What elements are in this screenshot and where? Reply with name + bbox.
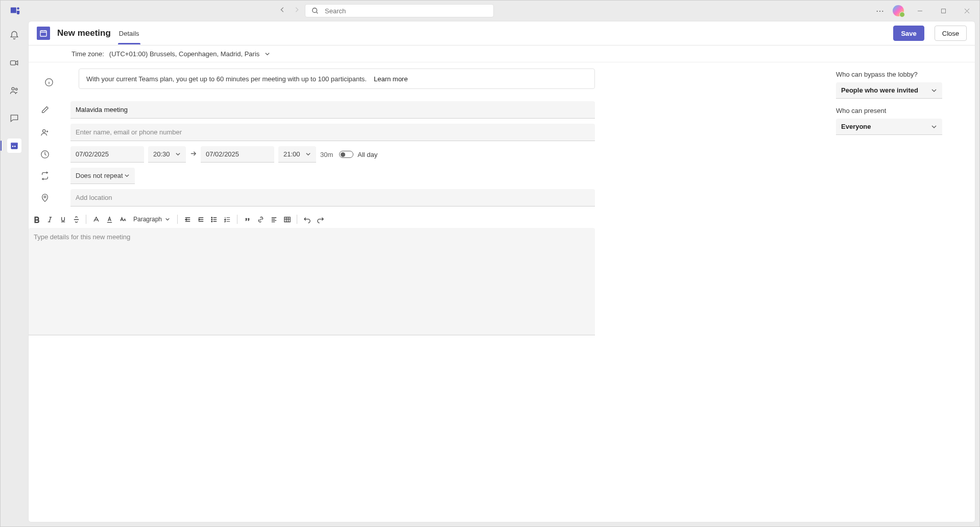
arrow-right-icon — [190, 150, 197, 159]
rail-calendar[interactable] — [7, 139, 21, 153]
svg-point-15 — [44, 196, 46, 198]
page-title: New meeting — [57, 28, 111, 38]
format-fontsize-button[interactable] — [117, 214, 128, 225]
window-minimize-button[interactable] — [912, 8, 927, 14]
start-time-select[interactable]: 20:30 — [148, 146, 186, 163]
clock-icon — [40, 150, 50, 159]
format-italic-button[interactable] — [44, 214, 55, 225]
chevron-down-icon — [165, 217, 170, 222]
rail-community[interactable] — [7, 83, 21, 98]
tab-details[interactable]: Details — [118, 22, 140, 44]
svg-rect-9 — [12, 146, 13, 147]
indent-increase-button[interactable] — [195, 214, 206, 225]
svg-point-18 — [211, 221, 212, 222]
meeting-form: With your current Teams plan, you get up… — [29, 62, 604, 522]
more-options-button[interactable]: ⋯ — [876, 6, 885, 16]
align-button[interactable] — [268, 214, 279, 225]
table-button[interactable] — [281, 214, 293, 225]
svg-point-5 — [12, 87, 14, 90]
svg-rect-11 — [40, 31, 46, 36]
plan-info-box: With your current Teams plan, you get up… — [79, 68, 595, 89]
all-day-toggle[interactable] — [339, 151, 353, 158]
timezone-value: (UTC+01:00) Brussels, Copenhagen, Madrid… — [109, 50, 259, 58]
format-fontcolor-button[interactable] — [104, 214, 115, 225]
svg-point-2 — [313, 8, 317, 13]
search-icon — [312, 7, 319, 14]
numbered-list-button[interactable] — [222, 214, 233, 225]
format-highlight-button[interactable] — [90, 214, 102, 225]
who-can-present-label: Who can present — [836, 107, 942, 114]
teams-logo-icon — [10, 5, 21, 16]
bullet-list-button[interactable] — [208, 214, 220, 225]
chevron-down-icon — [124, 173, 130, 178]
save-button[interactable]: Save — [893, 26, 924, 41]
svg-rect-4 — [11, 61, 16, 65]
timezone-row[interactable]: Time zone: (UTC+01:00) Brussels, Copenha… — [29, 45, 975, 62]
chevron-down-icon — [931, 87, 937, 94]
svg-point-17 — [211, 219, 212, 220]
people-add-icon — [40, 128, 50, 137]
rail-chat[interactable] — [7, 111, 21, 125]
chevron-down-icon — [265, 51, 270, 57]
svg-point-1 — [17, 7, 19, 10]
indent-decrease-button[interactable] — [182, 214, 193, 225]
learn-more-link[interactable]: Learn more — [374, 75, 408, 83]
redo-button[interactable] — [315, 214, 326, 225]
window-close-button[interactable] — [959, 8, 974, 14]
format-strikethrough-button[interactable] — [70, 214, 82, 225]
all-day-label: All day — [357, 151, 377, 158]
nav-back-button[interactable] — [279, 6, 286, 15]
undo-button[interactable] — [301, 214, 313, 225]
pencil-icon — [40, 105, 50, 114]
who-can-present-select[interactable]: Everyone — [836, 119, 942, 135]
svg-rect-10 — [14, 146, 16, 147]
rail-video[interactable] — [7, 56, 21, 70]
calendar-icon — [37, 27, 50, 40]
duration-text: 30m — [320, 151, 333, 158]
title-bar: ⋯ — [1, 1, 979, 21]
timezone-label: Time zone: — [71, 50, 104, 58]
search-box[interactable] — [305, 4, 494, 17]
svg-rect-0 — [11, 8, 16, 13]
close-button[interactable]: Close — [935, 26, 967, 41]
repeat-icon — [40, 171, 50, 180]
end-date-input[interactable]: 07/02/2025 — [201, 146, 274, 163]
start-date-input[interactable]: 07/02/2025 — [70, 146, 144, 163]
search-input[interactable] — [325, 7, 487, 15]
format-underline-button[interactable] — [57, 214, 68, 225]
meeting-title-input[interactable] — [70, 101, 595, 119]
attendees-input[interactable] — [70, 124, 595, 141]
window-maximize-button[interactable] — [936, 8, 951, 14]
end-time-select[interactable]: 21:00 — [278, 146, 316, 163]
format-bold-button[interactable] — [31, 214, 42, 225]
chevron-down-icon — [931, 124, 937, 130]
meeting-options: Who can bypass the lobby? People who wer… — [832, 62, 975, 522]
chevron-down-icon — [305, 151, 311, 157]
svg-point-6 — [15, 88, 17, 90]
svg-rect-8 — [11, 143, 17, 144]
location-icon — [40, 193, 50, 202]
svg-point-16 — [211, 217, 212, 218]
link-button[interactable] — [255, 214, 266, 225]
svg-point-13 — [43, 130, 45, 132]
bypass-lobby-label: Who can bypass the lobby? — [836, 71, 942, 78]
location-input[interactable] — [70, 189, 595, 207]
nav-forward-button[interactable] — [293, 6, 300, 15]
info-icon — [44, 78, 54, 87]
chevron-down-icon — [175, 151, 181, 157]
bypass-lobby-select[interactable]: People who were invited — [836, 82, 942, 99]
svg-rect-19 — [284, 217, 290, 221]
panel-header: New meeting Details Save Close — [29, 21, 975, 45]
user-avatar[interactable] — [893, 5, 904, 16]
paragraph-style-select[interactable]: Paragraph — [130, 216, 173, 223]
main-panel: New meeting Details Save Close Time zone… — [28, 21, 975, 522]
rail-activity[interactable] — [7, 28, 21, 42]
quote-button[interactable] — [242, 214, 253, 225]
svg-rect-3 — [941, 9, 945, 13]
details-editor[interactable]: Type details for this new meeting — [29, 228, 595, 335]
plan-info-text: With your current Teams plan, you get up… — [86, 75, 367, 83]
editor-toolbar: Paragraph — [29, 212, 595, 227]
app-rail — [1, 21, 28, 526]
repeat-select[interactable]: Does not repeat — [70, 168, 135, 184]
